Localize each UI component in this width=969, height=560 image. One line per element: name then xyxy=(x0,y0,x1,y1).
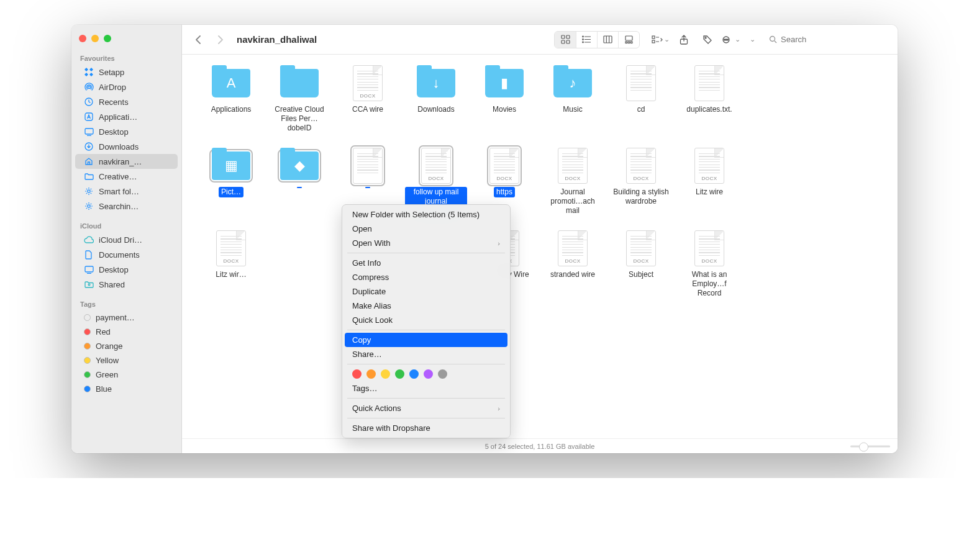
file-item[interactable]: DOCXBuilding a stylish wardrobe xyxy=(607,148,675,216)
context-menu-item[interactable]: Share with Dropshare xyxy=(342,421,510,435)
file-item[interactable]: DOCXstranded wire xyxy=(539,231,607,299)
context-menu-item[interactable]: Tags… xyxy=(342,381,510,395)
file-item[interactable]: DOCXSubject xyxy=(607,231,675,299)
context-tag-color[interactable] xyxy=(381,369,390,379)
context-menu-item[interactable]: Quick Look xyxy=(342,313,510,327)
context-tag-color[interactable] xyxy=(424,369,433,379)
share-button[interactable] xyxy=(675,32,693,48)
file-item[interactable]: Creative Cloud Files Per…dobeID xyxy=(265,66,334,133)
cloud-icon xyxy=(84,235,94,245)
context-menu-item[interactable]: Copy xyxy=(345,333,507,347)
action-button[interactable]: ⌄ xyxy=(722,32,740,48)
context-tag-color[interactable] xyxy=(352,369,362,379)
sidebar-item[interactable]: iCloud Dri… xyxy=(75,232,178,247)
sidebar-item[interactable]: AirDrop xyxy=(75,79,178,94)
home-icon xyxy=(84,156,94,166)
context-tag-color[interactable] xyxy=(438,369,447,379)
sidebar-item[interactable]: Blue xyxy=(75,382,178,396)
sidebar-item-label: Shared xyxy=(99,280,125,289)
file-item[interactable]: ♪Music xyxy=(539,66,607,133)
file-item[interactable]: ↓Downloads xyxy=(402,66,470,133)
file-label: Litz wire xyxy=(693,187,726,197)
context-menu-item[interactable]: New Folder with Selection (5 Items) xyxy=(342,207,510,222)
sidebar-heading: iCloud xyxy=(71,220,181,232)
context-menu-item[interactable]: Duplicate xyxy=(342,284,510,299)
minimize-window-button[interactable] xyxy=(91,35,99,42)
file-item[interactable]: ▮Movies xyxy=(470,66,539,133)
context-menu-item[interactable]: Open With› xyxy=(342,236,510,250)
context-menu-item[interactable]: Quick Actions› xyxy=(342,401,510,415)
svg-rect-27 xyxy=(630,42,632,43)
sidebar-item[interactable]: Documents xyxy=(75,247,178,262)
file-item[interactable]: DOCXJournal promoti…ach mail xyxy=(539,148,607,216)
sidebar-item[interactable]: Setapp xyxy=(75,65,178,79)
sidebar-item[interactable]: Orange xyxy=(75,339,178,353)
sidebar-item[interactable]: Creative… xyxy=(75,169,178,184)
context-tag-color[interactable] xyxy=(395,369,404,379)
svg-point-33 xyxy=(705,37,706,38)
file-item[interactable]: DOCXCCA wire xyxy=(334,66,402,133)
search-input[interactable] xyxy=(781,35,885,44)
file-label: Downloads xyxy=(415,104,457,115)
view-columns-button[interactable] xyxy=(597,32,618,48)
gear-icon xyxy=(84,201,94,211)
sidebar-item[interactable]: Smart fol… xyxy=(75,184,178,199)
sidebar-item[interactable]: Downloads xyxy=(75,139,178,154)
svg-rect-14 xyxy=(566,40,570,43)
file-label: https xyxy=(494,187,515,197)
icon-size-slider[interactable] xyxy=(850,445,890,447)
svg-rect-25 xyxy=(626,42,627,43)
sidebar-item[interactable]: Yellow xyxy=(75,353,178,368)
context-menu-label: Open xyxy=(352,224,372,233)
sidebar-item[interactable]: Green xyxy=(75,368,178,382)
sidebar-item[interactable]: Shared xyxy=(75,277,178,292)
context-menu-item[interactable]: Open xyxy=(342,222,510,236)
sidebar-item[interactable]: Applicati… xyxy=(75,109,178,124)
file-item[interactable]: ◆ xyxy=(265,148,334,216)
context-menu-item[interactable]: Make Alias xyxy=(342,299,510,313)
folder-icon: ▦ xyxy=(212,151,250,180)
context-menu-item[interactable]: Share… xyxy=(342,347,510,361)
sidebar-item-label: Downloads xyxy=(99,142,139,151)
context-menu-label: New Folder with Selection (5 Items) xyxy=(352,210,480,219)
sidebar-item[interactable]: Desktop xyxy=(75,262,178,277)
context-menu-item[interactable]: Compress xyxy=(342,270,510,284)
folder-icon xyxy=(84,171,94,181)
context-tag-color[interactable] xyxy=(409,369,419,379)
view-mode-group xyxy=(554,31,640,48)
file-item[interactable]: DOCXWhat is an Employ…f Record xyxy=(675,231,744,299)
sidebar-item[interactable]: Red xyxy=(75,325,178,339)
folder-title: navkiran_dhaliwal xyxy=(237,34,317,45)
sidebar-item[interactable]: navkiran_… xyxy=(75,154,178,169)
dropdown-button[interactable]: ⌄ xyxy=(745,32,759,48)
view-gallery-button[interactable] xyxy=(618,32,639,48)
file-item[interactable]: duplicates.txt. xyxy=(675,66,744,133)
document-icon: DOCX xyxy=(626,230,656,266)
sidebar-item[interactable]: Recents xyxy=(75,94,178,109)
context-menu-item[interactable]: Get Info xyxy=(342,256,510,270)
sidebar-item[interactable]: Searchin… xyxy=(75,199,178,214)
zoom-window-button[interactable] xyxy=(104,35,111,42)
chevron-right-icon: › xyxy=(498,240,500,247)
sidebar-item[interactable]: payment… xyxy=(75,310,178,325)
back-button[interactable] xyxy=(189,31,207,48)
file-item[interactable]: DOCXLitz wir… xyxy=(197,231,265,299)
view-list-button[interactable] xyxy=(576,32,597,48)
sidebar-item[interactable]: Desktop xyxy=(75,124,178,139)
file-label: cd xyxy=(635,104,648,115)
close-window-button[interactable] xyxy=(79,35,86,42)
file-item[interactable]: cd xyxy=(607,66,675,133)
view-icons-button[interactable] xyxy=(555,32,576,48)
context-tag-color[interactable] xyxy=(366,369,376,379)
folder-icon: ◆ xyxy=(280,151,319,180)
file-item[interactable]: AApplications xyxy=(197,66,265,133)
file-item[interactable]: DOCXLitz wire xyxy=(675,148,744,216)
file-item[interactable]: ▦Pict… xyxy=(197,148,265,216)
group-by-button[interactable]: ⌄ xyxy=(651,32,670,48)
search-field[interactable] xyxy=(764,32,890,47)
sidebar-item-label: payment… xyxy=(96,313,135,322)
tags-button[interactable] xyxy=(698,32,717,48)
sidebar-item-label: navkiran_… xyxy=(99,157,142,166)
forward-button[interactable] xyxy=(212,31,229,48)
sidebar-item-label: Desktop xyxy=(99,265,129,274)
